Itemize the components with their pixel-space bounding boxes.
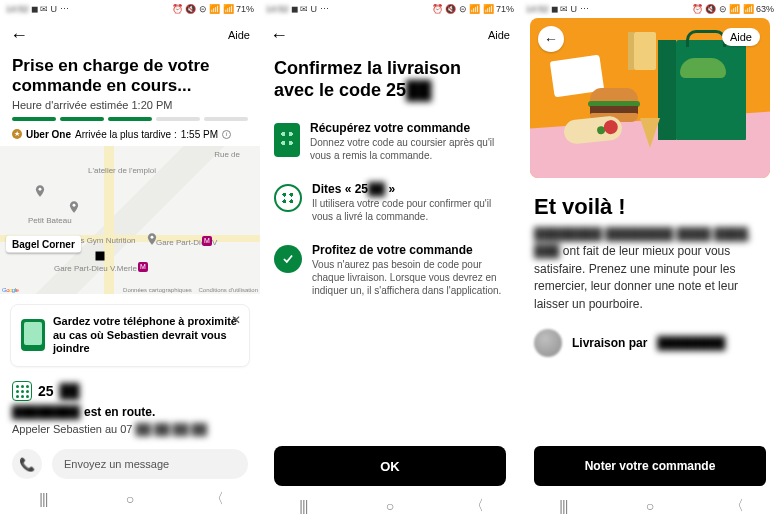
ok-button[interactable]: OK	[274, 446, 506, 486]
nav-recents-button[interactable]: |||	[278, 498, 328, 514]
back-button[interactable]: ←	[270, 25, 288, 46]
delivery-code-prefix: 25	[38, 383, 54, 399]
help-link[interactable]: Aide	[228, 29, 250, 41]
nav-home-button[interactable]: ○	[625, 498, 675, 514]
pickup-chip[interactable]: Bagel Corner	[6, 235, 81, 252]
map-station: Gare Part-Dieu V.Merle	[54, 264, 137, 273]
android-navbar: ||| ○ 〈	[520, 492, 780, 520]
courier-status-suffix: est en route.	[84, 405, 155, 419]
rate-order-button[interactable]: Noter votre commande	[534, 446, 766, 486]
nav-home-button[interactable]: ○	[105, 491, 155, 507]
statusbar: 14:52 ◼︎ ✉︎ U ⋯ ⏰ 🔇 ⊝ 📶 📶 71%	[260, 0, 520, 18]
message-placeholder: Envoyez un message	[64, 458, 169, 470]
courier-avatar	[534, 329, 562, 357]
android-navbar: ||| ○ 〈	[260, 492, 520, 520]
eta-value: 1:20 PM	[132, 99, 173, 111]
statusbar: 14:52 ◼︎ ✉︎ U ⋯ ⏰ 🔇 ⊝ 📶 📶 71%	[0, 0, 260, 18]
help-link[interactable]: Aide	[488, 29, 510, 41]
body-text: ont fait de leur mieux pour vous satisfa…	[534, 244, 738, 310]
phone-icon	[21, 319, 45, 351]
call-line[interactable]: Appeler Sebastien au 07 ██ ██ ██ ██	[0, 421, 260, 443]
step-heading: Récupérez votre commande	[310, 121, 506, 135]
progress-seg	[156, 117, 200, 121]
step-subtext: Il utilisera votre code pour confirmer q…	[312, 197, 506, 223]
info-icon[interactable]: i	[222, 130, 231, 139]
svg-point-0	[39, 188, 42, 191]
title-code-blurred: ██	[406, 80, 432, 100]
tip-card: Gardez votre téléphone à proximité au ca…	[10, 304, 250, 367]
check-icon	[274, 245, 302, 273]
map-pin-icon	[67, 200, 81, 214]
step-code-blurred: ██	[368, 182, 385, 196]
android-navbar: ||| ○ 〈	[0, 485, 260, 513]
map-data-credit: Données cartographiques	[123, 287, 192, 293]
uberone-label: Uber One	[26, 129, 71, 140]
courier-status: ████████ est en route.	[0, 403, 260, 421]
step-item: Profitez de votre commande Vous n'aurez …	[260, 237, 520, 311]
status-icons-right: ⏰ 🔇 ⊝ 📶 📶	[692, 4, 754, 14]
delivery-code-blurred: ██	[60, 383, 80, 399]
uberone-row: ★ Uber One Arrivée la plus tardive : 1:5…	[0, 129, 260, 146]
eta-line: Heure d'arrivée estimée 1:20 PM	[0, 99, 260, 117]
svg-point-2	[151, 236, 154, 239]
progress-seg	[60, 117, 104, 121]
help-link[interactable]: Aide	[722, 28, 760, 46]
tip-card-text: Gardez votre téléphone à proximité au ca…	[53, 315, 239, 356]
page-title: Prise en charge de votre commande en cou…	[0, 52, 260, 99]
status-battery: 71%	[236, 4, 254, 14]
screen-order-tracking: 14:52 ◼︎ ✉︎ U ⋯ ⏰ 🔇 ⊝ 📶 📶 71% ← Aide Pri…	[0, 0, 260, 520]
keypad-icon	[12, 381, 32, 401]
header: ← Aide	[0, 18, 260, 52]
map-poi: L'atelier de l'emploi	[88, 166, 156, 175]
map-terms-link[interactable]: Conditions d'utilisation	[198, 287, 258, 293]
map-poi: Petit Bateau	[28, 216, 72, 225]
message-input[interactable]: Envoyez un message	[52, 449, 248, 479]
status-time: 14:52	[6, 4, 29, 14]
courier-name-blurred: ████████	[12, 405, 80, 419]
courier-row[interactable]: Livraison par ████████	[520, 329, 780, 357]
call-button[interactable]: 📞	[12, 449, 42, 479]
back-button[interactable]: ←	[538, 26, 564, 52]
step-subtext: Vous n'aurez pas besoin de code pour cha…	[312, 258, 506, 297]
page-title: Et voilà !	[520, 178, 780, 226]
nav-home-button[interactable]: ○	[365, 498, 415, 514]
nav-recents-button[interactable]: |||	[18, 491, 68, 507]
pickup-marker-icon	[96, 251, 105, 260]
step-item: Récupérez votre commande Donnez votre co…	[260, 115, 520, 176]
courier-label: Livraison par	[572, 336, 647, 350]
statusbar: 14:52 ◼︎ ✉︎ U ⋯ ⏰ 🔇 ⊝ 📶 📶 63%	[520, 0, 780, 18]
map-pin-icon	[33, 184, 47, 198]
metro-icon: M	[202, 236, 212, 246]
courier-name-blurred: ████████	[657, 336, 725, 350]
progress-seg	[108, 117, 152, 121]
delivery-code-row: 25██	[0, 367, 260, 403]
status-icons-left: ◼︎ ✉︎ U ⋯	[31, 4, 69, 14]
step-heading: Dites « 25██ »	[312, 182, 506, 196]
status-icons-right: ⏰ 🔇 ⊝ 📶 📶	[432, 4, 494, 14]
status-battery: 63%	[756, 4, 774, 14]
step-heading-post: »	[385, 182, 395, 196]
status-time: 14:52	[266, 4, 289, 14]
svg-point-1	[73, 204, 76, 207]
step-heading: Profitez de votre commande	[312, 243, 506, 257]
close-icon[interactable]: ✕	[231, 313, 241, 327]
progress-seg	[12, 117, 56, 121]
back-button[interactable]: ←	[10, 25, 28, 46]
screen-delivered: 14:52 ◼︎ ✉︎ U ⋯ ⏰ 🔇 ⊝ 📶 📶 63% ← Aide Et …	[520, 0, 780, 520]
hero-illustration: ← Aide	[530, 18, 770, 178]
speak-code-icon	[274, 184, 302, 212]
map-pin-icon	[145, 232, 159, 246]
step-subtext: Donnez votre code au coursier après qu'i…	[310, 136, 506, 162]
nav-back-button[interactable]: 〈	[192, 490, 242, 508]
header: ← Aide	[260, 18, 520, 52]
map[interactable]: Rue de L'atelier de l'emploi Petit Batea…	[0, 146, 260, 294]
map-street: Rue de	[214, 150, 240, 159]
nav-back-button[interactable]: 〈	[452, 497, 502, 515]
call-number-blurred: ██ ██ ██ ██	[136, 423, 208, 435]
google-logo: Google	[2, 287, 18, 293]
message-row: 📞 Envoyez un message	[0, 443, 260, 485]
nav-recents-button[interactable]: |||	[538, 498, 588, 514]
step-item: Dites « 25██ » Il utilisera votre code p…	[260, 176, 520, 237]
progress-seg	[204, 117, 248, 121]
nav-back-button[interactable]: 〈	[712, 497, 762, 515]
